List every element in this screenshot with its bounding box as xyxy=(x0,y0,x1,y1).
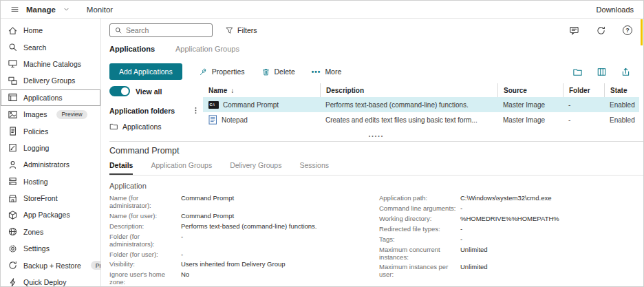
sidebar-item-storefront[interactable]: StoreFront xyxy=(1,190,100,206)
sidebar-item-label: Quick Deploy xyxy=(23,278,66,286)
cell-description: Performs text-based (command-line) funct… xyxy=(320,101,497,109)
help-icon[interactable]: ? xyxy=(623,25,632,35)
sort-descending-icon: ↓ xyxy=(230,87,234,94)
sidebar-item-zones[interactable]: Zones xyxy=(1,224,100,240)
downloads-link[interactable]: Downloads xyxy=(597,6,634,14)
folder-icon xyxy=(109,122,118,131)
filters-button[interactable]: Filters xyxy=(225,26,257,35)
manage-menu[interactable]: Manage xyxy=(26,6,56,14)
sidebar-item-settings[interactable]: Settings xyxy=(1,240,100,257)
column-header-folder[interactable]: Folder xyxy=(563,83,604,97)
table-row[interactable]: Notepad Creates and edits text files usi… xyxy=(203,112,639,127)
monitor-menu[interactable]: Monitor xyxy=(87,6,113,14)
view-all-label: View all xyxy=(136,87,162,96)
field-value: Performs text-based (command-line) funct… xyxy=(181,223,316,231)
field-row: Visibility: Users inherited from Deliver… xyxy=(109,261,379,268)
field-row: Folder (for user): - xyxy=(109,251,379,259)
field-row: Name (for administrator): Command Prompt xyxy=(109,195,379,210)
properties-label: Properties xyxy=(212,67,245,76)
folders-panel: View all Application folders Application… xyxy=(109,83,203,133)
table-row[interactable]: Command Prompt Performs text-based (comm… xyxy=(203,97,639,112)
field-value: C:\Windows\system32\cmd.exe xyxy=(460,195,552,202)
tab-applications[interactable]: Applications xyxy=(109,45,155,53)
sidebar-item-label: Policies xyxy=(23,127,48,136)
sidebar-item-label: Hosting xyxy=(23,178,48,186)
column-header-state[interactable]: State xyxy=(604,83,639,97)
column-header-source[interactable]: Source xyxy=(497,83,563,97)
tab-application-groups[interactable]: Application Groups xyxy=(175,45,239,53)
search-icon xyxy=(114,26,122,34)
application-folders-label: Application folders xyxy=(109,107,175,115)
sidebar-item-label: Backup + Restore xyxy=(23,262,81,270)
folder-view-icon[interactable] xyxy=(572,67,583,77)
splitter-handle[interactable] xyxy=(109,133,643,142)
tab-sessions[interactable]: Sessions xyxy=(299,161,329,175)
search-box[interactable] xyxy=(109,23,213,37)
zones-icon xyxy=(8,226,18,237)
sidebar-item-home[interactable]: Home xyxy=(1,22,100,39)
feedback-icon[interactable] xyxy=(569,25,579,36)
view-all-row: View all xyxy=(109,86,200,96)
tab-application-groups[interactable]: Application Groups xyxy=(151,161,212,175)
export-icon[interactable] xyxy=(621,67,631,77)
gear-icon xyxy=(8,244,18,254)
field-label: Command line arguments: xyxy=(379,205,460,213)
field-label: Description: xyxy=(109,223,181,231)
field-label: Ignore user's home zone: xyxy=(109,271,181,286)
cell-source: Master Image xyxy=(497,101,563,109)
sidebar-item-delivery-groups[interactable]: Delivery Groups xyxy=(1,72,100,89)
sidebar-item-label: Administrators xyxy=(23,160,69,169)
sidebar-item-backup-restore[interactable]: Backup + Restore Preview xyxy=(1,257,100,273)
column-header-description[interactable]: Description xyxy=(320,83,497,97)
field-label: Name (for user): xyxy=(109,213,181,220)
sidebar-item-applications[interactable]: Applications xyxy=(1,89,100,106)
sidebar-item-label: Zones xyxy=(23,228,43,236)
field-label: Maximum instances per user: xyxy=(379,264,460,279)
more-button[interactable]: ••• More xyxy=(312,67,341,76)
sidebar-item-quick-deploy[interactable]: Quick Deploy xyxy=(1,274,100,286)
hamburger-menu-icon[interactable] xyxy=(10,5,19,14)
field-value: Users inherited from Delivery Group xyxy=(181,261,286,268)
cell-name: Notepad xyxy=(203,115,320,125)
sidebar-item-app-packages[interactable]: App Packages xyxy=(1,206,100,223)
view-all-toggle[interactable] xyxy=(109,86,130,96)
storefront-icon xyxy=(8,193,18,204)
cell-description: Creates and edits text files using basic… xyxy=(320,116,497,124)
sidebar-item-label: Images xyxy=(23,110,47,118)
folder-item-applications[interactable]: Applications xyxy=(109,122,200,131)
home-icon xyxy=(8,25,18,36)
list-area: View all Application folders Application… xyxy=(109,83,643,133)
sidebar-item-images[interactable]: Images Preview xyxy=(1,106,100,123)
add-applications-button[interactable]: Add Applications xyxy=(109,63,182,80)
tab-delivery-groups[interactable]: Delivery Groups xyxy=(230,161,281,175)
policies-icon xyxy=(8,126,18,136)
sidebar-item-machine-catalogs[interactable]: Machine Catalogs xyxy=(1,56,100,72)
sidebar-item-administrators[interactable]: Administrators xyxy=(1,156,100,173)
refresh-icon[interactable] xyxy=(596,25,606,36)
field-label: Name (for administrator): xyxy=(109,195,181,210)
sidebar-item-label: Logging xyxy=(23,144,49,152)
hosting-icon xyxy=(8,176,18,187)
sidebar-item-policies[interactable]: Policies xyxy=(1,123,100,139)
properties-button[interactable]: Properties xyxy=(199,67,245,76)
main-tabs: Applications Application Groups xyxy=(109,42,643,60)
sidebar-item-search[interactable]: Search xyxy=(1,39,100,55)
field-row: Maximum concurrent instances: Unlimited xyxy=(379,246,643,262)
command-bar-right: ? xyxy=(569,25,632,36)
tab-details[interactable]: Details xyxy=(109,161,133,175)
filter-funnel-icon xyxy=(225,26,234,35)
columns-icon[interactable] xyxy=(597,67,607,77)
feedback-edge-tab[interactable] xyxy=(641,19,643,45)
toolbar: Add Applications Properties Delete ••• M… xyxy=(109,60,643,83)
field-value: - xyxy=(181,233,183,248)
delete-button[interactable]: Delete xyxy=(261,67,295,76)
sidebar-item-label: Search xyxy=(23,43,46,52)
chevron-down-icon[interactable] xyxy=(63,6,70,13)
column-header-name[interactable]: Name ↓ xyxy=(203,83,320,97)
applications-icon xyxy=(8,92,18,103)
kebab-menu-icon[interactable] xyxy=(191,106,200,115)
search-input[interactable] xyxy=(126,26,208,34)
sidebar-item-hosting[interactable]: Hosting xyxy=(1,173,100,190)
citrix-studio-window: Manage Monitor Downloads Home Search Mac… xyxy=(0,0,644,287)
sidebar-item-logging[interactable]: Logging xyxy=(1,140,100,156)
